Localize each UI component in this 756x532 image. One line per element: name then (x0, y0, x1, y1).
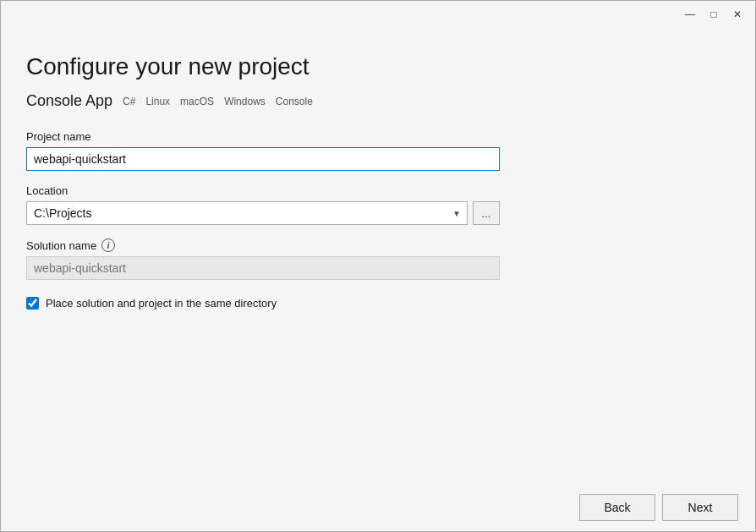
same-directory-checkbox[interactable] (26, 297, 39, 310)
solution-name-label: Solution name i (26, 239, 730, 252)
title-bar-controls: — □ ✕ (679, 3, 748, 25)
content-area: Configure your new project Console App C… (1, 28, 755, 484)
tag-windows: Windows (224, 96, 266, 107)
maximize-button[interactable]: □ (703, 3, 725, 25)
location-group: Location C:\Projects ▼ ... (26, 184, 730, 225)
app-name: Console App (26, 92, 112, 110)
location-select[interactable]: C:\Projects (26, 201, 468, 225)
tag-csharp: C# (123, 96, 135, 107)
browse-button[interactable]: ... (473, 201, 500, 225)
footer: Back Next (1, 484, 755, 531)
solution-name-group: Solution name i (26, 239, 730, 280)
solution-name-input[interactable] (26, 256, 500, 280)
back-button[interactable]: Back (579, 494, 655, 521)
configure-project-window: — □ ✕ Configure your new project Console… (0, 0, 756, 532)
location-label: Location (26, 184, 730, 197)
project-name-input[interactable] (26, 147, 500, 171)
next-button[interactable]: Next (662, 494, 738, 521)
title-bar: — □ ✕ (1, 1, 755, 28)
tag-linux: Linux (145, 96, 170, 107)
project-name-group: Project name (26, 130, 730, 171)
same-directory-row: Place solution and project in the same d… (26, 297, 730, 310)
tag-console: Console (276, 96, 313, 107)
page-title: Configure your new project (26, 53, 730, 80)
form-section: Project name Location C:\Projects ▼ ... (26, 130, 730, 310)
project-name-label: Project name (26, 130, 730, 143)
minimize-button[interactable]: — (679, 3, 701, 25)
same-directory-label[interactable]: Place solution and project in the same d… (46, 297, 277, 310)
close-button[interactable]: ✕ (726, 3, 748, 25)
location-select-wrapper: C:\Projects ▼ (26, 201, 468, 225)
info-icon[interactable]: i (101, 239, 115, 252)
location-row: C:\Projects ▼ ... (26, 201, 500, 225)
tag-macos: macOS (180, 96, 214, 107)
app-info: Console App C# Linux macOS Windows Conso… (26, 92, 730, 110)
